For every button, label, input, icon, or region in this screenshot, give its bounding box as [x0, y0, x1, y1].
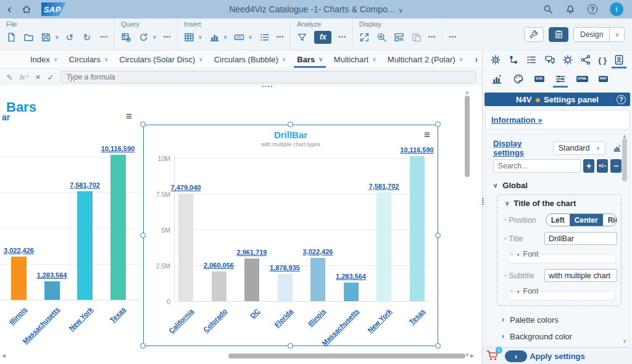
display-mode-select[interactable]: Standard ∨ — [553, 141, 605, 155]
panel-help-icon[interactable]: ? — [617, 95, 626, 104]
drillbar-chart[interactable]: DrillBar with multiple chart types ≡ 02.… — [143, 125, 438, 346]
tab-chevron-icon[interactable]: ∨ — [199, 56, 203, 62]
bar-category-label[interactable]: California — [167, 307, 194, 334]
tools-button[interactable] — [524, 27, 544, 42]
bar-value-label[interactable]: 10,116,590 — [400, 146, 433, 154]
title-input[interactable] — [544, 232, 617, 245]
section-palette-colors[interactable]: › Palette colors — [493, 312, 622, 328]
bar-category-label[interactable]: Illinois — [7, 305, 28, 326]
outline-list-icon[interactable] — [526, 54, 537, 65]
tab-chevron-icon[interactable]: ∨ — [54, 56, 58, 62]
code-icon[interactable]: { } — [598, 56, 607, 65]
comments-icon[interactable] — [544, 54, 555, 65]
tab-circulars[interactable]: Circulars∨ — [63, 51, 114, 68]
save-icon[interactable] — [41, 32, 51, 43]
resize-handle[interactable] — [288, 122, 293, 127]
card-scroll-down-icon[interactable]: ▼ — [622, 339, 627, 344]
information-link[interactable]: Information » — [491, 115, 542, 125]
display-settings-link[interactable]: Display settings — [493, 139, 547, 157]
query-more-icon[interactable]: ••• — [164, 34, 171, 40]
bar-value-label[interactable]: 1,283,564 — [336, 273, 366, 280]
insert-text-icon[interactable]: abc — [234, 32, 244, 43]
formula-button[interactable]: fx — [314, 31, 331, 44]
bar-value-label[interactable]: 2,961,719 — [237, 249, 267, 256]
bar-texas[interactable] — [110, 155, 126, 300]
insert-list-icon[interactable] — [259, 32, 270, 43]
bell-icon[interactable] — [565, 4, 575, 14]
cart-icon[interactable]: 0 — [486, 350, 501, 362]
bar-value-label[interactable]: 3,022,426 — [4, 247, 34, 254]
resize-handle[interactable] — [435, 233, 441, 238]
pdf-export-icon[interactable]: PDF — [599, 76, 608, 82]
bar-florida[interactable] — [278, 274, 293, 301]
tab-index[interactable]: Index∨ — [25, 51, 63, 68]
bar-massachusetts[interactable] — [44, 281, 60, 300]
bar-category-label[interactable]: DC — [249, 307, 261, 320]
bar-category-label[interactable]: Florida — [273, 307, 294, 328]
query-designer-icon[interactable] — [121, 32, 131, 43]
bar-value-label[interactable]: 10,116,590 — [101, 145, 135, 152]
bar-california[interactable] — [178, 194, 193, 301]
formula-input[interactable] — [60, 71, 476, 83]
settings-sliders-icon[interactable] — [555, 73, 566, 85]
svg-export-icon[interactable]: SVG — [534, 76, 544, 82]
position-left-option[interactable]: Left — [546, 214, 570, 226]
tab-chevron-icon[interactable]: ∨ — [459, 56, 464, 62]
bar-texas[interactable] — [410, 156, 425, 301]
paste-icon[interactable] — [411, 32, 422, 43]
bar-category-label[interactable]: Texas — [109, 305, 127, 324]
chart-wizard-icon[interactable] — [491, 73, 502, 85]
add-formula-icon[interactable]: fx⁺ — [20, 73, 28, 81]
position-right-option[interactable]: Right — [603, 214, 617, 226]
resize-handle[interactable] — [435, 343, 441, 349]
insert-chart-chevron-icon[interactable]: ∨ — [223, 34, 228, 40]
left-chart-menu-icon[interactable]: ≡ — [126, 111, 132, 122]
bar-category-label[interactable]: Texas — [407, 307, 426, 326]
global-section-header[interactable]: ∨ Global — [493, 181, 622, 190]
bar-new-york[interactable] — [77, 191, 93, 300]
edit-formula-icon[interactable]: ✎ — [6, 73, 13, 82]
refresh-chevron-icon[interactable]: ∨ — [152, 34, 157, 40]
bar-category-label[interactable]: Massachusetts — [320, 307, 360, 347]
position-center-option[interactable]: Center — [570, 214, 603, 226]
confirm-formula-icon[interactable]: ✓ — [47, 73, 54, 82]
expand-all-button[interactable]: + — [583, 159, 594, 173]
panel-resize-handle[interactable]: •••• — [482, 197, 484, 205]
insert-chart-icon[interactable] — [209, 32, 220, 43]
tab-chevron-icon[interactable]: ∨ — [104, 56, 109, 62]
file-more-icon[interactable]: ••• — [101, 34, 108, 40]
tab-chevron-icon[interactable]: ∨ — [372, 56, 376, 62]
title-section-header[interactable]: ∨ Title of the chart — [501, 199, 617, 208]
bar-value-label[interactable]: 7,581,702 — [70, 181, 100, 189]
collapse-all-button[interactable]: − — [610, 159, 622, 173]
bar-illinois[interactable] — [310, 258, 325, 301]
subtitle-input[interactable] — [544, 269, 617, 282]
bar-category-label[interactable]: Colorado — [201, 307, 228, 334]
tab-circulars-solar-disc[interactable]: Circulars (Solar Disc)∨ — [114, 51, 208, 68]
back-icon[interactable]: ‹ — [7, 2, 12, 15]
hscroll-right-icon[interactable]: ▶ — [470, 353, 474, 358]
filter-icon[interactable] — [297, 32, 307, 43]
tab-chevron-icon[interactable]: ∨ — [282, 56, 286, 62]
resize-handle[interactable] — [140, 122, 146, 127]
bar-category-label[interactable]: New York — [67, 305, 94, 332]
resize-handle[interactable] — [435, 122, 441, 127]
tab-scroll-next-icon[interactable]: › — [475, 54, 478, 64]
cancel-formula-icon[interactable]: × — [35, 72, 40, 82]
tab-multichart-2-polar[interactable]: Multichart 2 (Polar)∨ — [382, 51, 468, 68]
bar-illinois[interactable] — [11, 257, 27, 300]
analyze-more-icon[interactable]: ••• — [338, 34, 346, 40]
paint-style-icon[interactable] — [513, 73, 524, 85]
chart-settings-icon[interactable] — [613, 143, 622, 153]
horizontal-scrollbar[interactable] — [228, 354, 465, 358]
resize-handle[interactable] — [140, 343, 146, 349]
tab-chevron-icon[interactable]: ∨ — [318, 56, 323, 62]
html-export-icon[interactable]: HTML — [576, 76, 588, 82]
properties-gear-icon[interactable] — [490, 54, 501, 65]
section-background-color[interactable]: › Background color — [493, 328, 622, 344]
title-font-section[interactable]: + › Font — [510, 250, 617, 259]
design-button[interactable]: Design ∨ — [573, 27, 625, 42]
bar-value-label[interactable]: 1,878,935 — [270, 264, 300, 271]
resize-handle[interactable] — [140, 233, 146, 238]
clipboard-button[interactable] — [549, 27, 568, 42]
